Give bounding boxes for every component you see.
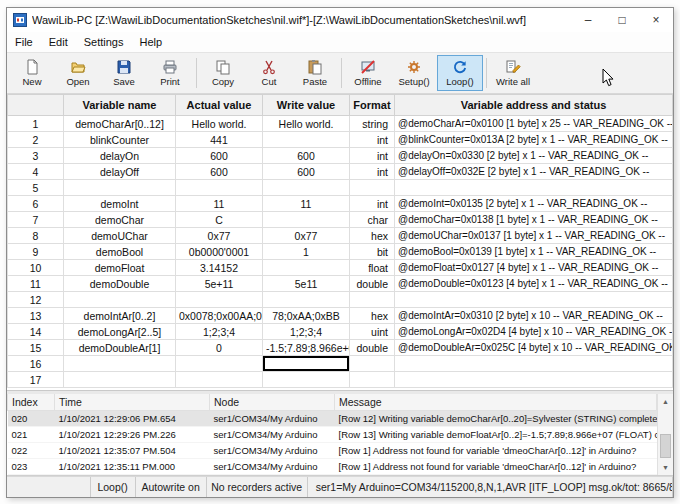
status-cell[interactable]: @demoUChar=0x0137 [1 byte] x 1 -- VAR_RE… (395, 228, 673, 244)
status-cell[interactable] (395, 180, 673, 196)
write-value-cell[interactable] (263, 260, 350, 276)
row-number-cell[interactable]: 11 (8, 276, 64, 292)
write-value-cell[interactable]: -1.5;7.89;8.966e+07 (263, 340, 350, 356)
new-button[interactable]: New (9, 55, 55, 91)
variable-name-cell[interactable]: demoChar (64, 212, 176, 228)
actual-value-cell[interactable]: 0 (176, 340, 263, 356)
print-button[interactable]: Print (147, 55, 193, 91)
write-value-cell[interactable]: 1 (263, 244, 350, 260)
status-cell[interactable] (395, 356, 673, 372)
actual-value-cell[interactable]: 600 (176, 148, 263, 164)
row-number-cell[interactable]: 16 (8, 356, 64, 372)
variable-name-cell[interactable] (64, 180, 176, 196)
format-cell[interactable]: char (350, 212, 395, 228)
format-cell[interactable] (350, 356, 395, 372)
row-number-cell[interactable]: 7 (8, 212, 64, 228)
menu-item-file[interactable]: File (7, 32, 41, 52)
variable-name-cell[interactable]: demoCharAr[0..12] (64, 116, 176, 132)
actual-value-cell[interactable]: 3.14152 (176, 260, 263, 276)
status-cell[interactable]: @delayOff=0x032E [2 byte] x 1 -- VAR_REA… (395, 164, 673, 180)
write-value-cell[interactable]: 600 (263, 148, 350, 164)
column-header-write-value[interactable]: Write value (263, 95, 350, 116)
write-value-cell[interactable] (263, 180, 350, 196)
row-number-cell[interactable]: 5 (8, 180, 64, 196)
status-cell[interactable] (395, 292, 673, 308)
minimize-button[interactable]: – (571, 8, 605, 32)
format-cell[interactable]: double (350, 340, 395, 356)
scroll-thumb[interactable] (660, 434, 671, 458)
row-number-cell[interactable]: 15 (8, 340, 64, 356)
copy-button[interactable]: Copy (200, 55, 246, 91)
write-value-cell[interactable]: 78;0xAA;0xBB (263, 308, 350, 324)
format-cell[interactable]: int (350, 132, 395, 148)
column-header-actual-value[interactable]: Actual value (176, 95, 263, 116)
status-cell[interactable] (395, 372, 673, 388)
row-number-cell[interactable]: 2 (8, 132, 64, 148)
actual-value-cell[interactable]: 11 (176, 196, 263, 212)
actual-value-cell[interactable]: 441 (176, 132, 263, 148)
row-number-cell[interactable]: 8 (8, 228, 64, 244)
variable-name-cell[interactable]: demoLongAr[2..5] (64, 324, 176, 340)
log-column-header-node[interactable]: Node (210, 394, 335, 411)
actual-value-cell[interactable] (176, 356, 263, 372)
actual-value-cell[interactable] (176, 180, 263, 196)
format-cell[interactable]: uint (350, 324, 395, 340)
actual-value-cell[interactable]: 600 (176, 164, 263, 180)
actual-value-cell[interactable]: 1;2;3;4 (176, 324, 263, 340)
variable-name-cell[interactable]: demoInt (64, 196, 176, 212)
log-column-header-index[interactable]: Index (8, 394, 55, 411)
variable-name-cell[interactable]: demoIntAr[0..2] (64, 308, 176, 324)
status-cell[interactable]: @demoIntAr=0x0310 [2 byte] x 10 -- VAR_R… (395, 308, 673, 324)
variable-name-cell[interactable]: demoFloat (64, 260, 176, 276)
menu-item-help[interactable]: Help (131, 32, 170, 52)
row-number-cell[interactable]: 9 (8, 244, 64, 260)
variable-name-cell[interactable]: demoUChar (64, 228, 176, 244)
variable-name-cell[interactable]: demoDouble (64, 276, 176, 292)
actual-value-cell[interactable]: 0x77 (176, 228, 263, 244)
row-number-cell[interactable]: 12 (8, 292, 64, 308)
status-cell[interactable]: @demoBool=0x0139 [1 byte] x 1 -- VAR_REA… (395, 244, 673, 260)
status-cell[interactable]: @demoCharAr=0x0100 [1 byte] x 25 -- VAR_… (395, 116, 673, 132)
format-cell[interactable]: float (350, 260, 395, 276)
column-header-format[interactable]: Format (350, 95, 395, 116)
row-number-cell[interactable]: 3 (8, 148, 64, 164)
variable-name-cell[interactable]: delayOff (64, 164, 176, 180)
log-column-header-message[interactable]: Message (335, 394, 657, 411)
row-number-cell[interactable]: 14 (8, 324, 64, 340)
write-value-cell[interactable] (263, 212, 350, 228)
variable-name-cell[interactable]: demoBool (64, 244, 176, 260)
row-number-cell[interactable]: 13 (8, 308, 64, 324)
status-cell[interactable]: @delayOn=0x0330 [2 byte] x 1 -- VAR_READ… (395, 148, 673, 164)
format-cell[interactable]: hex (350, 228, 395, 244)
status-cell[interactable]: @demoFloat=0x0127 [4 byte] x 1 -- VAR_RE… (395, 260, 673, 276)
format-cell[interactable]: hex (350, 308, 395, 324)
log-row[interactable]: 0221/10/2021 12:35:07 PM.504ser1/COM34/M… (8, 443, 657, 459)
actual-value-cell[interactable] (176, 292, 263, 308)
status-cell[interactable]: @blinkCounter=0x013A [2 byte] x 1 -- VAR… (395, 132, 673, 148)
format-cell[interactable]: int (350, 196, 395, 212)
write-value-cell[interactable]: 1;2;3;4 (263, 324, 350, 340)
status-cell[interactable]: @demoDouble=0x0123 [4 byte] x 1 -- VAR_R… (395, 276, 673, 292)
write-value-cell[interactable]: 11 (263, 196, 350, 212)
write-value-cell[interactable] (263, 132, 350, 148)
column-header-variable-name[interactable]: Variable name (64, 95, 176, 116)
format-cell[interactable]: int (350, 148, 395, 164)
variable-name-cell[interactable]: demoDoubleAr[1] (64, 340, 176, 356)
column-header-row-number[interactable] (8, 95, 64, 116)
format-cell[interactable] (350, 372, 395, 388)
status-cell[interactable]: @demoInt=0x0135 [2 byte] x 1 -- VAR_READ… (395, 196, 673, 212)
cut-button[interactable]: Cut (246, 55, 292, 91)
write-value-cell[interactable]: Hello world. (263, 116, 350, 132)
row-number-cell[interactable]: 17 (8, 372, 64, 388)
row-number-cell[interactable]: 1 (8, 116, 64, 132)
row-number-cell[interactable]: 4 (8, 164, 64, 180)
format-cell[interactable]: bit (350, 244, 395, 260)
status-cell[interactable]: @demoLongAr=0x02D4 [4 byte] x 10 -- VAR_… (395, 324, 673, 340)
write-value-cell[interactable]: 0x77 (263, 228, 350, 244)
close-button[interactable]: × (639, 8, 673, 32)
format-cell[interactable]: string (350, 116, 395, 132)
actual-value-cell[interactable]: C (176, 212, 263, 228)
variable-name-cell[interactable]: delayOn (64, 148, 176, 164)
save-button[interactable]: Save (101, 55, 147, 91)
log-row[interactable]: 0231/10/2021 12:35:11 PM.000ser1/COM34/M… (8, 459, 657, 475)
